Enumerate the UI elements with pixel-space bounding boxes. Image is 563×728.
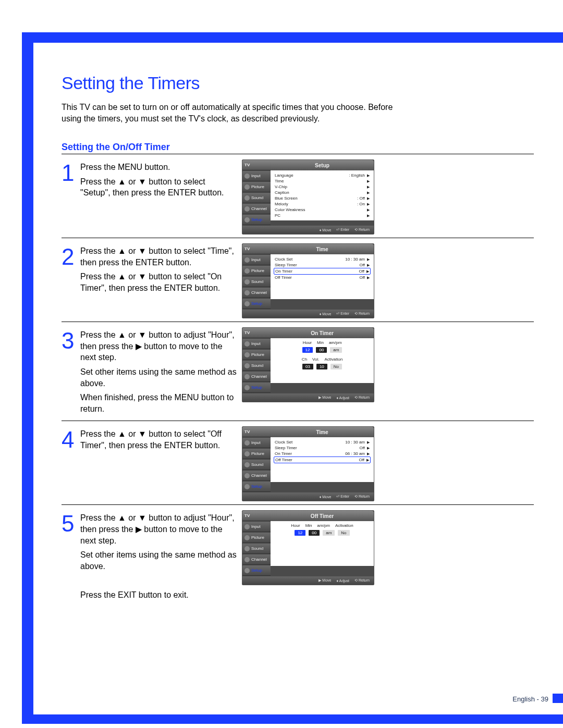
osd-footer-hint: ♦ Move bbox=[320, 312, 332, 316]
osd-row-label: Color Weakness bbox=[275, 207, 305, 212]
tab-icon bbox=[244, 174, 250, 179]
osd-tab: Setup bbox=[242, 565, 271, 576]
osd-tab: TV bbox=[242, 427, 271, 437]
tv-osd-screenshot: TVInputPictureSoundChannelSetupOn TimerH… bbox=[242, 327, 374, 402]
chevron-right-icon: ▶ bbox=[367, 276, 370, 279]
osd-row: On Timer06 : 30 am▶ bbox=[274, 451, 371, 456]
osd-footer-hint: ⟲ Return bbox=[354, 228, 370, 232]
timer-header: Min bbox=[317, 340, 324, 345]
osd-tab-label: Input bbox=[251, 440, 261, 445]
step-line: Press the ▲ or ▼ button to adjust "Hour"… bbox=[80, 512, 237, 546]
osd-row-label: V-Chip bbox=[275, 184, 287, 189]
osd-tab-label: TV bbox=[244, 163, 250, 167]
timer-value-cell: 12 bbox=[295, 530, 305, 536]
step-line: Press the ▲ or ▼ button to select "Setup… bbox=[80, 176, 237, 199]
osd-tab: Channel bbox=[242, 204, 271, 214]
osd-row: Melody: On▶ bbox=[274, 201, 371, 207]
osd-tab: Input bbox=[242, 339, 271, 349]
osd-footer: ♦ Move⏎ Enter⟲ Return bbox=[242, 492, 374, 501]
osd-tab: Channel bbox=[242, 471, 271, 481]
osd-row-value: 06 : 30 am bbox=[345, 451, 365, 456]
osd-row-value: Off bbox=[359, 263, 365, 267]
osd-row: Sleep TimerOff▶ bbox=[274, 445, 371, 451]
step-screenshot: TVInputPictureSoundChannelSetupTimeClock… bbox=[242, 426, 374, 501]
osd-footer: ♦ Move⏎ Enter⟲ Return bbox=[242, 226, 374, 234]
timer-value-cell: No bbox=[338, 530, 349, 536]
tab-icon bbox=[244, 206, 250, 212]
osd-row: Off TimerOff▶ bbox=[274, 275, 371, 280]
osd-title: On Timer bbox=[271, 328, 374, 338]
instruction-step: 2Press the ▲ or ▼ button to select "Time… bbox=[62, 241, 534, 322]
osd-row-label: Off Timer bbox=[275, 458, 292, 462]
tab-icon bbox=[244, 557, 250, 562]
step-screenshot: TVInputPictureSoundChannelSetupTimeClock… bbox=[242, 243, 374, 318]
timer-header: Hour bbox=[291, 523, 300, 528]
timer-header: Hour bbox=[303, 340, 312, 345]
osd-row: Blue Screen: Off▶ bbox=[274, 195, 371, 201]
timer-value-cell: 10 bbox=[316, 364, 327, 369]
tab-icon bbox=[244, 462, 250, 467]
timer-header-row: HourMinam/pm bbox=[274, 340, 371, 345]
step-line bbox=[80, 575, 237, 586]
osd-row: Sleep TimerOff▶ bbox=[274, 262, 371, 268]
osd-tab-label: Input bbox=[251, 341, 261, 346]
step-number: 2 bbox=[62, 243, 80, 267]
osd-row: Clock Set10 : 30 am▶ bbox=[274, 439, 371, 445]
osd-tab: Sound bbox=[242, 277, 271, 287]
step-line: Press the MENU button. bbox=[80, 162, 237, 173]
tab-icon bbox=[244, 385, 250, 390]
osd-row-label: On Timer bbox=[275, 269, 292, 274]
osd-row-label: Clock Set bbox=[275, 257, 292, 262]
osd-tab: Channel bbox=[242, 288, 271, 298]
osd-tab: Setup bbox=[242, 482, 271, 492]
chevron-right-icon: ▶ bbox=[367, 263, 370, 267]
timer-value-row: 0310No bbox=[274, 364, 371, 369]
osd-row-value: Off bbox=[359, 275, 365, 280]
osd-tab: Picture bbox=[242, 449, 271, 459]
osd-row: Language: English▶ bbox=[274, 172, 371, 178]
osd-footer-hint: ⏎ Enter bbox=[336, 228, 349, 232]
osd-tab-label: TV bbox=[244, 513, 250, 518]
osd-row: On TimerOff▶ bbox=[274, 268, 371, 275]
osd-tab-label: TV bbox=[244, 330, 250, 335]
osd-tab-label: Sound bbox=[251, 195, 263, 200]
osd-row-label: Caption bbox=[275, 190, 289, 195]
osd-tab: Sound bbox=[242, 460, 271, 470]
osd-row-value: 10 : 30 am bbox=[345, 257, 365, 262]
section-heading: Setting the On/Off Timer bbox=[62, 142, 534, 154]
steps-container: 1Press the MENU button.Press the ▲ or ▼ … bbox=[62, 157, 534, 607]
osd-row-label: On Timer bbox=[275, 451, 292, 456]
osd-tab-label: Setup bbox=[251, 385, 262, 390]
tab-icon bbox=[244, 535, 250, 540]
tab-icon bbox=[244, 268, 250, 274]
osd-footer-hint: ▶ Move bbox=[319, 578, 331, 583]
subheading-text: Setting the On/Off Timer bbox=[62, 142, 170, 153]
timer-value-cell: 00 bbox=[309, 530, 320, 536]
osd-row-value: : English bbox=[349, 173, 365, 178]
osd-tab-label: Channel bbox=[251, 206, 267, 211]
tab-icon bbox=[244, 301, 250, 306]
osd-tab-label: Input bbox=[251, 257, 261, 262]
tab-icon bbox=[244, 290, 250, 295]
osd-body: Language: English▶Time▶V-Chip▶Caption▶Bl… bbox=[271, 170, 374, 220]
page-content: Setting the Timers This TV can be set to… bbox=[62, 73, 534, 610]
step-line: Set other items using the same method as… bbox=[80, 549, 237, 572]
osd-tab: TV bbox=[242, 511, 271, 521]
osd-row-label: Off Timer bbox=[275, 275, 292, 280]
step-body: Press the ▲ or ▼ button to adjust "Hour"… bbox=[80, 327, 242, 417]
chevron-right-icon: ▶ bbox=[367, 257, 370, 261]
osd-tab: TV bbox=[242, 244, 271, 254]
osd-tab-label: Input bbox=[251, 174, 261, 178]
osd-tab: Input bbox=[242, 171, 271, 181]
osd-tab: Input bbox=[242, 255, 271, 265]
osd-footer-hint: ⏎ Enter bbox=[336, 312, 349, 316]
osd-tab: Sound bbox=[242, 193, 271, 203]
osd-tab-label: TV bbox=[244, 246, 250, 251]
step-body: Press the ▲ or ▼ button to adjust "Hour"… bbox=[80, 510, 242, 603]
step-body: Press the MENU button.Press the ▲ or ▼ b… bbox=[80, 159, 242, 202]
osd-tab: Setup bbox=[242, 382, 271, 393]
osd-row: Color Weakness▶ bbox=[274, 207, 371, 213]
osd-body: HourMinam/pm1200amChVol.Activation0310No bbox=[271, 338, 374, 383]
osd-footer-hint: ♦ Move bbox=[320, 495, 332, 499]
osd-tab: Picture bbox=[242, 266, 271, 276]
